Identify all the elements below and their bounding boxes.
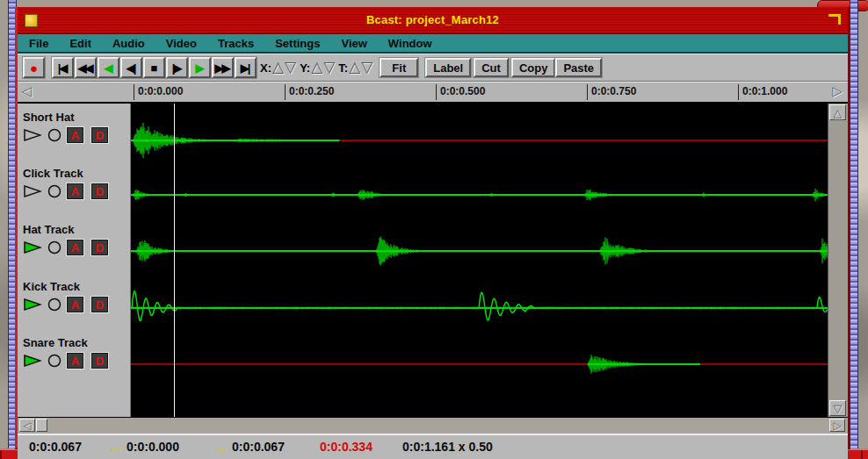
track-controls-snare-track: Snare Track A D [23, 336, 116, 369]
menubar: File Edit Audio Video Tracks Settings Vi… [18, 34, 848, 54]
menu-window[interactable]: Window [378, 37, 443, 50]
record-button[interactable]: ● [23, 57, 45, 78]
track-draw-button[interactable]: D [91, 183, 108, 199]
menu-file[interactable]: File [18, 37, 59, 50]
track-controls-short-hat: Short Hat A D [23, 111, 116, 143]
status-bar: 0:0:0.067 ... 0:0:0.000 ... 0:0:0.067 0:… [18, 434, 848, 459]
fast-forward-button[interactable]: ▶▶ [212, 57, 234, 78]
window-maximize-icon[interactable] [828, 14, 841, 25]
vertical-scrollbar[interactable]: △ ▽ [828, 104, 848, 417]
scroll-down-icon[interactable]: ▽ [829, 400, 846, 416]
menu-view[interactable]: View [330, 37, 377, 50]
horizontal-scroll-thumb[interactable] [36, 419, 47, 432]
track-play-icon[interactable] [23, 298, 42, 312]
ruler-left-arrow-icon[interactable]: ◁ [18, 83, 34, 99]
track-play-icon[interactable] [23, 354, 42, 368]
fit-button[interactable]: Fit [380, 58, 418, 77]
seek-start-button[interactable]: |◀ [52, 57, 74, 78]
playhead-cursor[interactable] [174, 104, 175, 417]
track-record-icon[interactable] [47, 354, 61, 368]
status-playback-position: 0:0:0.334 [320, 440, 373, 454]
track-attenuation-button[interactable]: A [67, 353, 83, 369]
track-title: Click Track [23, 167, 116, 180]
ruler-right-arrow-icon[interactable]: ▷ [829, 83, 845, 99]
track-title: Kick Track [23, 280, 116, 293]
track-draw-button[interactable]: D [91, 297, 108, 312]
track-controls-click-track: Click Track A D [23, 167, 116, 199]
status-selection-start: 0:0:0.000 [127, 440, 179, 454]
titlebar[interactable]: Bcast: project_March12 [18, 7, 848, 34]
track-draw-button[interactable]: D [91, 240, 108, 255]
copy-button[interactable]: Copy [511, 58, 556, 77]
menu-settings[interactable]: Settings [264, 37, 330, 50]
menu-edit[interactable]: Edit [59, 37, 102, 50]
zoom-t-label: T: [338, 61, 348, 75]
stop-button[interactable]: ■ [143, 57, 165, 78]
track-record-icon[interactable] [47, 298, 61, 312]
ruler-label: 0:0:0.750 [587, 84, 636, 100]
zoom-t-up-icon[interactable]: △ [349, 61, 360, 74]
track-play-icon[interactable] [23, 240, 42, 255]
waveform-svg [131, 104, 828, 417]
ruler-label: 0:0:0.250 [285, 84, 334, 100]
zoom-t-down-icon[interactable]: ▽ [361, 61, 373, 74]
track-play-icon[interactable] [23, 128, 42, 142]
track-play-icon[interactable] [23, 184, 42, 198]
zoom-x-up-icon[interactable]: △ [272, 61, 284, 74]
status-selection-end: 0:0:0.067 [232, 440, 285, 454]
menu-audio[interactable]: Audio [102, 37, 156, 50]
menu-tracks[interactable]: Tracks [207, 37, 264, 50]
track-record-icon[interactable] [47, 128, 61, 142]
main-area: Short Hat A D Click Track A D Hat Tr [18, 104, 848, 417]
track-record-icon[interactable] [47, 184, 61, 198]
track-title: Short Hat [23, 111, 116, 124]
track-panel: Short Hat A D Click Track A D Hat Tr [18, 104, 131, 417]
track-draw-button[interactable]: D [91, 127, 108, 143]
ruler-label: 0:0:1.000 [738, 84, 787, 100]
track-attenuation-button[interactable]: A [67, 297, 83, 312]
zoom-y-down-icon[interactable]: ▽ [323, 61, 335, 74]
track-controls-hat-track: Hat Track A D [23, 223, 116, 255]
status-separator-dots: ... [111, 440, 121, 454]
timeline-ruler[interactable]: ◁ 0:0:0.000 0:0:0.250 0:0:0.500 0:0:0.75… [18, 82, 848, 104]
track-attenuation-button[interactable]: A [67, 240, 83, 255]
zoom-y-label: Y: [300, 61, 310, 75]
ruler-label: 0:0:0.500 [436, 84, 485, 100]
menu-video[interactable]: Video [156, 37, 207, 50]
toolbar: ● |◀ ◀◀ ◀ ◀| ■ |▶ ▶ ▶▶ ▶| X: △ ▽ Y: △ ▽ … [18, 54, 848, 82]
zoom-y-up-icon[interactable]: △ [311, 61, 322, 74]
track-attenuation-button[interactable]: A [67, 183, 83, 199]
track-draw-button[interactable]: D [91, 353, 108, 369]
label-button[interactable]: Label [425, 58, 471, 77]
track-record-icon[interactable] [47, 240, 61, 255]
paste-button[interactable]: Paste [555, 58, 602, 77]
zoom-x-down-icon[interactable]: ▽ [285, 61, 296, 74]
waveform-area[interactable] [131, 104, 828, 417]
frame-forward-button[interactable]: |▶ [166, 57, 188, 78]
horizontal-scrollbar[interactable]: ◁ ▷ [18, 417, 848, 434]
play-reverse-button[interactable]: ◀ [98, 57, 119, 78]
zoom-x-label: X: [260, 61, 271, 75]
scroll-left-icon[interactable]: ◁ [19, 419, 35, 432]
track-controls-kick-track: Kick Track A D [23, 280, 116, 312]
status-separator-dots: ... [216, 440, 227, 454]
track-title: Snare Track [23, 336, 116, 349]
scroll-up-icon[interactable]: △ [829, 104, 846, 120]
status-cursor-position: 0:0:0.067 [29, 440, 82, 454]
play-button[interactable]: ▶ [189, 57, 211, 78]
fast-reverse-button[interactable]: ◀◀ [75, 57, 97, 78]
ruler-label: 0:0:0.000 [134, 84, 183, 100]
cut-button[interactable]: Cut [474, 58, 509, 77]
bcast-window: Bcast: project_March12 File Edit Audio V… [15, 7, 850, 449]
frame-reverse-button[interactable]: ◀| [120, 57, 142, 78]
status-zoom-info: 0:0:1.161 x 0.50 [402, 440, 493, 454]
desktop-blue-strip-right [850, 0, 858, 459]
track-attenuation-button[interactable]: A [67, 127, 83, 143]
window-title: Bcast: project_March12 [18, 13, 848, 26]
scroll-right-icon[interactable]: ▷ [829, 419, 845, 432]
seek-end-button[interactable]: ▶| [235, 57, 257, 78]
track-title: Hat Track [23, 223, 116, 236]
